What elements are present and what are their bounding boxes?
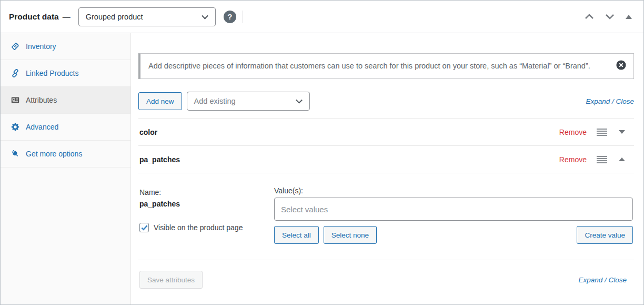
header-divider bbox=[243, 11, 243, 23]
sidebar-item-linked-products[interactable]: Linked Products bbox=[1, 60, 130, 87]
drag-handle-icon[interactable] bbox=[597, 129, 607, 136]
visible-checkbox[interactable] bbox=[139, 223, 149, 232]
sidebar-item-inventory[interactable]: Inventory bbox=[1, 33, 130, 60]
sidebar-item-label: Inventory bbox=[26, 42, 56, 51]
notice-text: Add descriptive pieces of information th… bbox=[148, 62, 590, 70]
plug-icon bbox=[11, 149, 20, 159]
expand-link[interactable]: Expand bbox=[586, 97, 610, 105]
remove-attribute-link[interactable]: Remove bbox=[559, 155, 587, 164]
visible-checkbox-label: Visible on the product page bbox=[154, 223, 243, 232]
attribute-row-pa-patches: pa_patches Remove bbox=[138, 146, 634, 173]
select-all-button[interactable]: Select all bbox=[274, 226, 319, 244]
sidebar-item-label: Advanced bbox=[26, 123, 58, 131]
select-values-input[interactable] bbox=[274, 198, 633, 221]
toggle-panel-button[interactable] bbox=[625, 14, 633, 20]
triangle-down-icon bbox=[619, 130, 625, 134]
dismiss-notice-button[interactable] bbox=[616, 60, 627, 71]
dismiss-icon bbox=[616, 60, 627, 71]
expand-close-links: Expand / Close bbox=[578, 276, 627, 284]
metabox-body: Inventory Linked Products bbox=[1, 33, 643, 304]
chevron-down-icon bbox=[296, 97, 303, 104]
link-separator: / bbox=[610, 97, 616, 105]
drag-handle-icon[interactable] bbox=[597, 156, 607, 163]
close-link[interactable]: Close bbox=[608, 276, 627, 284]
triangle-up-icon bbox=[619, 158, 625, 161]
chevron-down-icon bbox=[605, 14, 615, 19]
attribute-name: pa_patches bbox=[139, 155, 180, 164]
values-label: Value(s): bbox=[274, 186, 633, 195]
product-type-select[interactable]: Grouped product bbox=[78, 7, 216, 26]
attribute-list: color Remove pa_patches Remove bbox=[138, 118, 634, 260]
add-existing-value: Add existing bbox=[194, 97, 236, 105]
attribute-name: color bbox=[139, 128, 157, 136]
attribute-name-value: pa_patches bbox=[139, 198, 274, 210]
metabox-header: Product data — Grouped product ? bbox=[1, 1, 643, 33]
attributes-toolbar: Add new Add existing Expand / Close bbox=[138, 92, 634, 111]
move-down-button[interactable] bbox=[604, 13, 616, 21]
remove-attribute-link[interactable]: Remove bbox=[559, 128, 587, 136]
select-none-button[interactable]: Select none bbox=[324, 226, 377, 244]
close-link[interactable]: Close bbox=[616, 97, 634, 105]
expand-close-links: Expand / Close bbox=[586, 97, 634, 105]
link-icon bbox=[11, 68, 20, 78]
gear-icon bbox=[11, 122, 20, 132]
sidebar-item-label: Get more options bbox=[26, 150, 82, 158]
chevron-down-icon bbox=[202, 12, 208, 19]
product-data-tabs: Inventory Linked Products bbox=[1, 33, 131, 304]
product-data-metabox: Product data — Grouped product ? bbox=[0, 0, 644, 305]
save-attributes-button[interactable]: Save attributes bbox=[139, 271, 203, 289]
attributes-panel: Add descriptive pieces of information th… bbox=[131, 33, 643, 304]
link-separator: / bbox=[602, 276, 608, 284]
product-type-value: Grouped product bbox=[86, 13, 143, 21]
sidebar-item-get-more-options[interactable]: Get more options bbox=[1, 141, 130, 168]
toggle-attribute-button[interactable] bbox=[617, 156, 627, 163]
create-value-button[interactable]: Create value bbox=[577, 226, 633, 244]
title-dash: — bbox=[63, 12, 71, 21]
attribute-row-color: color Remove bbox=[138, 119, 634, 146]
attribute-detail-panel: Name: pa_patches Visible on the product … bbox=[138, 173, 634, 260]
sidebar-item-attributes[interactable]: Attributes bbox=[1, 87, 130, 114]
help-icon[interactable]: ? bbox=[224, 11, 236, 23]
page-title: Product data bbox=[9, 12, 59, 22]
visible-checkbox-row[interactable]: Visible on the product page bbox=[139, 223, 274, 232]
checkmark-icon bbox=[141, 225, 148, 231]
expand-link[interactable]: Expand bbox=[578, 276, 602, 284]
attributes-footer: Save attributes Expand / Close bbox=[138, 260, 634, 289]
sidebar-item-advanced[interactable]: Advanced bbox=[1, 114, 130, 141]
metabox-controls bbox=[583, 13, 633, 21]
toggle-attribute-button[interactable] bbox=[617, 129, 627, 135]
sidebar-item-label: Linked Products bbox=[26, 69, 78, 77]
clipboard-icon bbox=[11, 42, 20, 51]
index-card-icon bbox=[11, 95, 20, 105]
add-new-button[interactable]: Add new bbox=[138, 92, 182, 110]
move-up-button[interactable] bbox=[583, 13, 595, 21]
attribute-detail-left: Name: pa_patches Visible on the product … bbox=[139, 186, 274, 260]
attributes-notice: Add descriptive pieces of information th… bbox=[138, 53, 634, 79]
attribute-detail-right: Value(s): Select all Select none Create … bbox=[274, 186, 633, 260]
add-existing-select[interactable]: Add existing bbox=[187, 92, 310, 111]
triangle-up-icon bbox=[626, 15, 632, 19]
values-buttons: Select all Select none Create value bbox=[274, 226, 633, 244]
row-actions: Remove bbox=[559, 128, 627, 136]
sidebar-item-label: Attributes bbox=[26, 96, 57, 104]
row-actions: Remove bbox=[559, 155, 627, 164]
spacer bbox=[381, 226, 572, 244]
chevron-up-icon bbox=[585, 14, 594, 19]
name-label: Name: bbox=[139, 188, 161, 196]
